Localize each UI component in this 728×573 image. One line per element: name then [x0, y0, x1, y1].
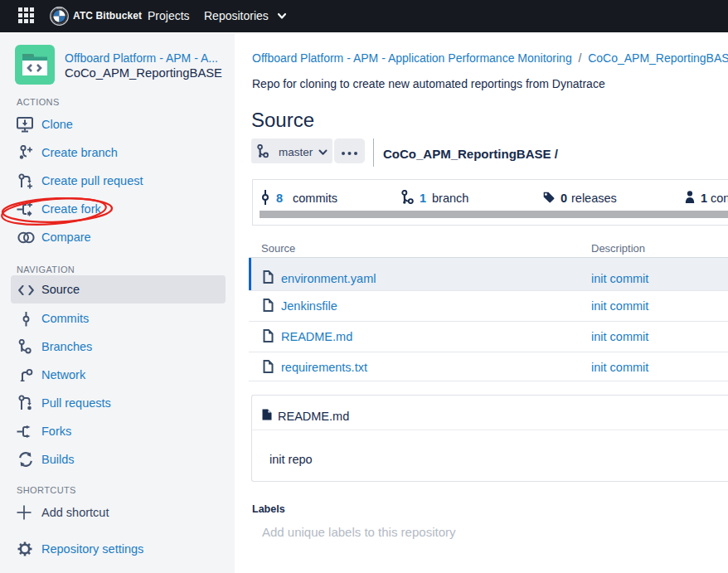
svg-text:BMW: BMW: [56, 7, 62, 10]
